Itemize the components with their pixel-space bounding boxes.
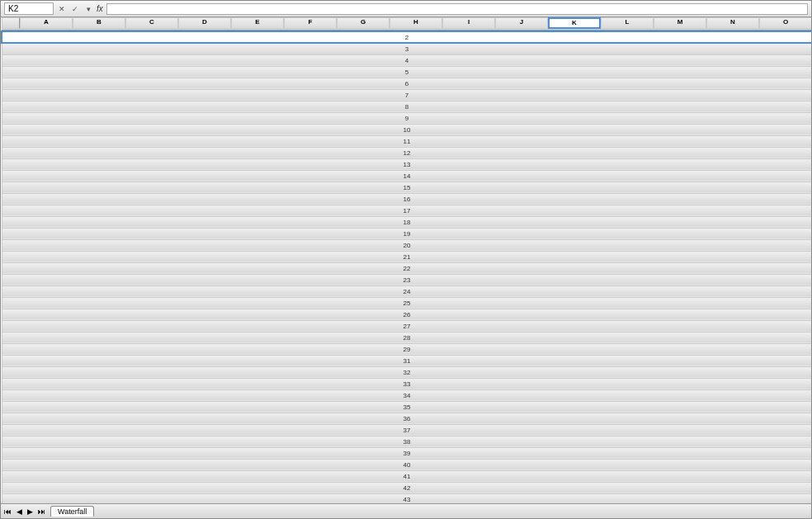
- select-all[interactable]: [2, 17, 20, 29]
- col-F[interactable]: F: [284, 17, 337, 29]
- nav-prev-icon[interactable]: ◀: [17, 507, 22, 516]
- col-B[interactable]: B: [73, 17, 125, 29]
- col-J[interactable]: J: [495, 17, 548, 29]
- spreadsheet-app: K2 ✕ ✓ ▾ fx A B C D E F G H I J K L M N …: [0, 0, 812, 519]
- sheet-tab[interactable]: Waterfall: [50, 506, 94, 517]
- col-D[interactable]: D: [178, 17, 231, 29]
- status-bar: ⏮ ◀ ▶ ⏭ Waterfall: [1, 503, 811, 518]
- formula-input[interactable]: [106, 3, 808, 15]
- col-H[interactable]: H: [389, 17, 442, 29]
- col-I[interactable]: I: [442, 17, 495, 29]
- dropdown-icon[interactable]: ▾: [83, 4, 93, 14]
- nav-first-icon[interactable]: ⏮: [4, 507, 12, 516]
- col-M[interactable]: M: [654, 17, 706, 29]
- cell-reference[interactable]: K2: [4, 2, 54, 15]
- col-E[interactable]: E: [231, 17, 284, 29]
- col-C[interactable]: C: [125, 17, 178, 29]
- sheet-area[interactable]: A B C D E F G H I J K L M N O 2 Cash Flo…: [1, 17, 811, 503]
- col-O[interactable]: O: [759, 17, 811, 29]
- col-G[interactable]: G: [337, 17, 389, 29]
- nav-next-icon[interactable]: ▶: [27, 507, 33, 516]
- cancel-icon[interactable]: ✕: [57, 4, 67, 14]
- fx-icon[interactable]: fx: [97, 4, 103, 13]
- accept-icon[interactable]: ✓: [70, 4, 80, 14]
- row-2[interactable]: 2: [2, 31, 811, 43]
- formula-bar: K2 ✕ ✓ ▾ fx: [1, 1, 811, 17]
- col-N[interactable]: N: [706, 17, 759, 29]
- nav-last-icon[interactable]: ⏭: [38, 507, 45, 516]
- col-K[interactable]: K: [548, 17, 601, 29]
- col-L[interactable]: L: [601, 17, 654, 29]
- col-A[interactable]: A: [20, 17, 73, 29]
